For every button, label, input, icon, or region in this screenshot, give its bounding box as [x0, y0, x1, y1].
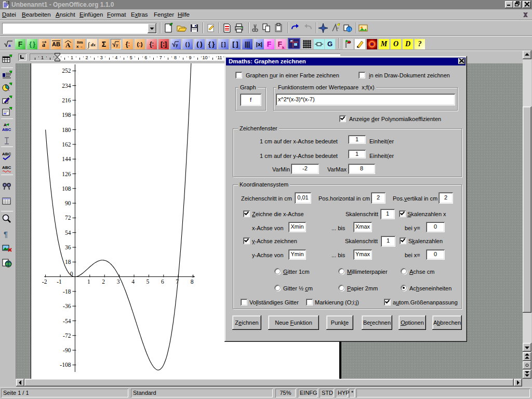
svg-text:ABC: ABC [2, 152, 11, 156]
svg-text:8: 8 [191, 278, 194, 285]
svg-text:-54: -54 [63, 318, 71, 324]
svg-text:108: 108 [62, 185, 71, 192]
svg-text:x→: x→ [76, 44, 83, 49]
svg-text:3: 3 [117, 278, 120, 285]
svg-text:-108: -108 [60, 362, 71, 368]
svg-text:198: 198 [62, 112, 71, 118]
svg-text:90: 90 [65, 200, 71, 206]
svg-text:ABC: ABC [2, 127, 11, 132]
svg-text:ABC: ABC [2, 165, 11, 170]
svg-text:144: 144 [62, 156, 71, 162]
svg-text:-72: -72 [63, 332, 71, 339]
svg-text:180: 180 [62, 127, 71, 133]
svg-text:7: 7 [176, 278, 179, 285]
svg-text:y: y [116, 43, 118, 47]
svg-text:¶: ¶ [4, 230, 8, 238]
svg-text:dx: dx [91, 42, 96, 47]
svg-text:a: a [8, 43, 11, 48]
svg-text:A: A [4, 123, 7, 127]
svg-text:216: 216 [62, 97, 71, 103]
svg-text:6: 6 [161, 278, 164, 285]
svg-text:y: y [176, 43, 178, 47]
svg-text:∫: ∫ [87, 41, 90, 49]
svg-text:252: 252 [62, 68, 71, 74]
svg-text:-90: -90 [63, 347, 71, 353]
svg-text:2: 2 [102, 278, 105, 285]
svg-text:-2: -2 [42, 278, 47, 285]
svg-text:4: 4 [131, 278, 135, 285]
svg-text:1: 1 [87, 278, 90, 285]
svg-text:36: 36 [65, 244, 71, 250]
svg-text:126: 126 [62, 171, 71, 177]
svg-text:-1: -1 [57, 278, 62, 285]
svg-text:162: 162 [62, 141, 71, 148]
svg-text:54: 54 [65, 230, 71, 236]
svg-text:18: 18 [65, 259, 71, 265]
svg-text:234: 234 [62, 83, 71, 89]
svg-text:A: A [65, 41, 71, 49]
svg-text:5: 5 [147, 278, 150, 285]
svg-text:-36: -36 [63, 303, 71, 309]
svg-text:72: 72 [65, 215, 71, 221]
svg-text:-18: -18 [63, 288, 71, 295]
